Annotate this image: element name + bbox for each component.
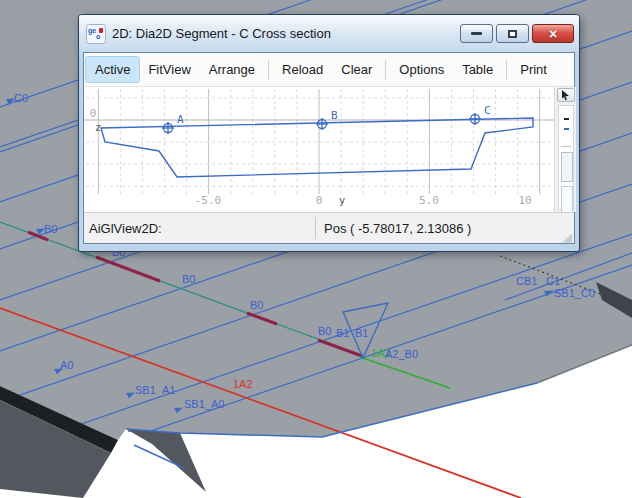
svg-text:o: o [96,33,100,40]
scroll-divider [561,146,571,147]
plot-row: -5.005.010y0z ABC [84,87,574,212]
cross-section-plot[interactable]: -5.005.010y0z ABC [84,87,554,216]
plot-side-toolbar [554,87,576,212]
status-position: Pos ( -5.78017, 2.13086 ) [316,221,563,236]
svg-text:C: C [484,104,491,117]
cursor-tool-button[interactable] [557,88,575,102]
resize-grip[interactable]: ◢ [563,231,574,243]
window-titlebar[interactable]: ge o 2D: Dia2D Segment - C Cross section… [79,15,579,52]
minimize-button[interactable] [460,24,493,43]
menu-item-active[interactable]: Active [86,57,139,82]
menu-item-fitview[interactable]: FitView [139,57,199,82]
cursor-icon [561,90,571,101]
menu-item-reload[interactable]: Reload [273,57,332,82]
menu-item-options[interactable]: Options [390,57,453,82]
svg-text:10: 10 [518,194,531,207]
maximize-icon [508,30,517,38]
scroll-thumb[interactable] [561,152,573,182]
scroll-mark-dark [564,118,569,120]
close-button[interactable]: × [532,24,574,43]
menu-item-table[interactable]: Table [453,57,502,82]
svg-text:0: 0 [90,107,97,120]
svg-text:0: 0 [316,194,323,207]
application-stage: C0B0B0B0B0B0B1B1A0SB1A1SB1_A01A21A2A2_B0… [0,0,632,498]
svg-text:-5.0: -5.0 [195,194,222,207]
scroll-thumb-secondary[interactable] [561,186,573,214]
dia2d-window: ge o 2D: Dia2D Segment - C Cross section… [78,14,580,252]
window-body: ActiveFitViewArrangeReloadClearOptionsTa… [83,52,575,244]
scroll-mark-blue [564,128,569,130]
menu-bar: ActiveFitViewArrangeReloadClearOptionsTa… [84,53,574,87]
cross-section-outline [101,118,533,177]
menu-separator [268,60,269,80]
web-face-inner [126,429,206,492]
plot-scrollbar[interactable] [558,105,574,210]
menu-item-print[interactable]: Print [511,57,547,82]
status-view-label: AiGlView2D: [84,221,315,236]
plot-node-markers: ABC [162,104,491,134]
maximize-button[interactable] [496,24,529,43]
menu-separator [506,60,507,80]
plot-axis-labels: -5.005.010y0z [90,107,532,207]
close-icon: × [549,27,557,41]
app-icon: ge o [86,24,106,44]
svg-text:A: A [177,113,184,126]
window-controls: × [460,24,574,43]
minimize-icon [471,32,482,35]
menu-item-arrange[interactable]: Arrange [200,57,264,82]
menu-separator [385,60,386,80]
svg-text:y: y [339,194,346,207]
window-title: 2D: Dia2D Segment - C Cross section [112,26,460,41]
menu-item-clear[interactable]: Clear [332,57,381,82]
svg-text:B: B [331,109,338,122]
status-bar: AiGlView2D: Pos ( -5.78017, 2.13086 ) ◢ [84,212,574,243]
svg-text:5.0: 5.0 [419,194,439,207]
